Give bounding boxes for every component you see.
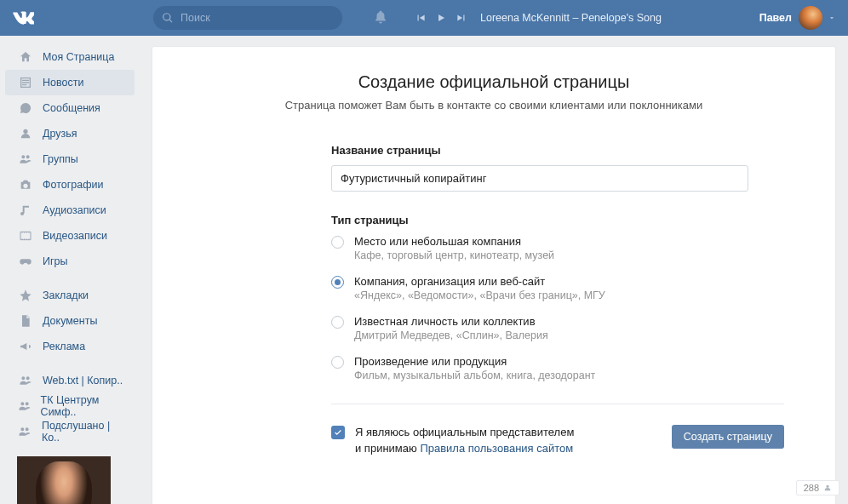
sidebar-item-label: Видеозаписи: [43, 230, 107, 242]
search-box[interactable]: [153, 6, 342, 30]
page-type-option-person[interactable]: Известная личность или коллектив Дмитрий…: [331, 315, 784, 341]
option-desc: «Яндекс», «Ведомости», «Врачи без границ…: [354, 289, 605, 301]
bell-icon: [373, 9, 388, 25]
option-desc: Фильм, музыкальный альбом, книга, дезодо…: [354, 369, 595, 381]
sidebar-item-label: Игры: [43, 255, 67, 267]
search-icon: [162, 12, 174, 24]
sidebar-item-label: Сообщения: [43, 102, 100, 114]
vk-logo[interactable]: [12, 7, 34, 29]
chevron-down-icon: [828, 14, 836, 22]
agree-checkbox[interactable]: [331, 426, 345, 439]
sidebar-item-label: Новости: [43, 77, 83, 89]
gamepad-icon: [19, 255, 32, 268]
radio-icon: [331, 236, 344, 249]
music-icon: [19, 203, 32, 217]
next-icon[interactable]: [456, 12, 467, 24]
form-footer: Я являюсь официальным представителем и п…: [331, 404, 784, 457]
page-type-option-place[interactable]: Место или небольшая компания Кафе, торго…: [331, 235, 784, 261]
sidebar-item-label: Фотографии: [43, 179, 103, 191]
chat-icon: [19, 101, 32, 115]
play-icon[interactable]: [435, 12, 447, 24]
sidebar-item-photos[interactable]: Фотографии: [5, 172, 135, 198]
name-field-label: Название страницы: [331, 144, 784, 157]
type-field-label: Тип страницы: [331, 214, 784, 226]
agree-text: Я являюсь официальным представителем и п…: [355, 425, 576, 457]
users-icon: [18, 425, 32, 438]
terms-link[interactable]: Правила пользования сайтом: [420, 442, 573, 455]
sidebar-item-news[interactable]: Новости: [5, 70, 135, 95]
header: Loreena McKennitt – Penelope's Song Паве…: [0, 0, 848, 36]
prev-icon[interactable]: [415, 12, 427, 24]
sidebar-item-audio[interactable]: Аудиозаписи: [5, 198, 135, 223]
player-controls: Loreena McKennitt – Penelope's Song: [410, 12, 662, 24]
page-name-input[interactable]: [331, 165, 748, 192]
sidebar-item-friends[interactable]: Друзья: [5, 121, 135, 146]
avatar: [799, 6, 822, 30]
home-icon: [19, 50, 32, 64]
create-page-button[interactable]: Создать страницу: [672, 425, 784, 449]
sidebar-item-messages[interactable]: Сообщения: [5, 95, 135, 121]
sidebar-item-ads[interactable]: Реклама: [5, 334, 135, 359]
user-name: Павел: [759, 12, 792, 24]
doc-icon: [19, 314, 32, 328]
online-count: 288: [804, 483, 819, 493]
star-icon: [19, 289, 32, 302]
sidebar-item-docs[interactable]: Документы: [5, 308, 135, 334]
sidebar-item-bookmarks[interactable]: Закладки: [5, 283, 135, 308]
sidebar-item-label: Подслушано | Ко..: [42, 420, 126, 444]
option-title: Место или небольшая компания: [354, 235, 554, 248]
sidebar-item-groups[interactable]: Группы: [5, 146, 135, 172]
users-icon: [18, 399, 32, 413]
news-icon: [19, 76, 32, 89]
page-title: Создание официальной страницы: [203, 72, 784, 92]
now-playing-track[interactable]: Loreena McKennitt – Penelope's Song: [480, 12, 662, 24]
check-icon: [334, 428, 342, 437]
option-title: Произведение или продукция: [354, 355, 595, 368]
radio-icon: [331, 356, 344, 369]
sidebar-item-label: ТК Центрум Симф..: [41, 394, 126, 418]
sidebar-item-label: Аудиозаписи: [43, 204, 106, 216]
sidebar-item-label: Документы: [43, 315, 97, 327]
option-title: Компания, организация или веб-сайт: [354, 275, 605, 288]
sidebar-item-my-page[interactable]: Моя Страница: [5, 44, 135, 70]
main-content: Создание официальной страницы Страница п…: [140, 36, 848, 504]
camera-icon: [19, 178, 32, 192]
megaphone-icon: [19, 340, 32, 353]
online-count-badge[interactable]: 288: [796, 480, 839, 495]
user-icon: [19, 127, 32, 140]
sidebar-item-label: Друзья: [43, 128, 77, 140]
sidebar-item-games[interactable]: Игры: [5, 249, 135, 274]
user-menu[interactable]: Павел: [759, 6, 848, 30]
option-desc: Кафе, торговый центр, кинотеатр, музей: [354, 249, 554, 261]
page-type-option-product[interactable]: Произведение или продукция Фильм, музыка…: [331, 355, 784, 381]
radio-icon: [331, 316, 344, 329]
sidebar-item-video[interactable]: Видеозаписи: [5, 223, 135, 249]
sidebar-item-label: Web.txt | Копир..: [43, 375, 123, 387]
video-icon: [19, 229, 32, 243]
page-subtitle: Страница поможет Вам быть в контакте со …: [203, 99, 784, 112]
sidebar-item-label: Закладки: [43, 289, 89, 301]
sidebar-group-link-1[interactable]: Web.txt | Копир..: [5, 368, 135, 393]
sidebar-item-label: Группы: [43, 153, 78, 165]
radio-icon: [331, 276, 344, 289]
users-icon: [19, 152, 32, 166]
page-type-option-company[interactable]: Компания, организация или веб-сайт «Янде…: [331, 275, 784, 301]
create-page-card: Создание официальной страницы Страница п…: [152, 46, 836, 504]
users-icon: [19, 374, 32, 387]
option-desc: Дмитрий Медведев, «Сплин», Валерия: [354, 329, 548, 341]
user-icon: [823, 484, 832, 492]
option-title: Известная личность или коллектив: [354, 315, 548, 328]
sidebar-item-label: Реклама: [43, 341, 85, 352]
sidebar: Моя Страница Новости Сообщения Друзья Гр…: [0, 36, 140, 504]
notifications-button[interactable]: [366, 9, 395, 27]
sidebar-group-link-3[interactable]: Подслушано | Ко..: [5, 419, 135, 444]
search-input[interactable]: [180, 12, 314, 24]
sidebar-profile-image[interactable]: [17, 456, 111, 504]
sidebar-item-label: Моя Страница: [43, 51, 114, 63]
sidebar-group-link-2[interactable]: ТК Центрум Симф..: [5, 393, 135, 419]
